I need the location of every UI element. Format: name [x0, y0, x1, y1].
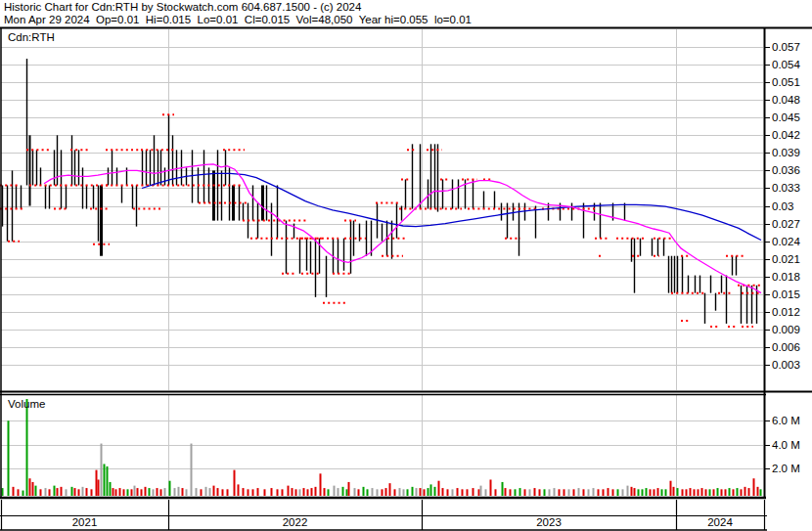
price-tick-0.036: 0.036 — [772, 164, 800, 177]
price-tick-0.027: 0.027 — [772, 218, 800, 231]
year-label-2023: 2023 — [422, 516, 676, 529]
price-tick-0.015: 0.015 — [772, 288, 800, 301]
volume-tick-4.0 M: 4.0 M — [772, 439, 800, 452]
price-tick-0.003: 0.003 — [772, 359, 800, 372]
price-tick-0.033: 0.033 — [772, 182, 800, 195]
price-tick-0.021: 0.021 — [772, 253, 800, 266]
price-tick-0.024: 0.024 — [772, 236, 800, 248]
price-tick-0.054: 0.054 — [772, 59, 800, 71]
price-tick-0.048: 0.048 — [772, 94, 800, 107]
price-tick-0.012: 0.012 — [772, 306, 800, 319]
price-tick-0.045: 0.045 — [772, 111, 800, 124]
symbol-label: Cdn:RTH — [8, 31, 55, 43]
price-tick-0.042: 0.042 — [772, 129, 800, 142]
price-tick-0.009: 0.009 — [772, 324, 800, 336]
year-label-2024: 2024 — [676, 516, 764, 529]
year-label-2022: 2022 — [168, 516, 422, 529]
stockwatch-historic-chart: Historic Chart for Cdn:RTH by Stockwatch… — [0, 0, 812, 531]
price-tick-0.03: 0.03 — [772, 200, 793, 213]
chart-canvas — [0, 0, 812, 531]
price-tick-0.039: 0.039 — [772, 147, 800, 159]
volume-pane-label: Volume — [8, 398, 45, 410]
price-tick-0.051: 0.051 — [772, 76, 800, 89]
price-tick-0.006: 0.006 — [772, 341, 800, 354]
volume-tick-2.0 M: 2.0 M — [772, 463, 800, 475]
volume-tick-6.0 M: 6.0 M — [772, 415, 800, 427]
year-label-2021: 2021 — [1, 516, 168, 529]
price-tick-0.018: 0.018 — [772, 271, 800, 284]
price-tick-0.057: 0.057 — [772, 41, 800, 54]
